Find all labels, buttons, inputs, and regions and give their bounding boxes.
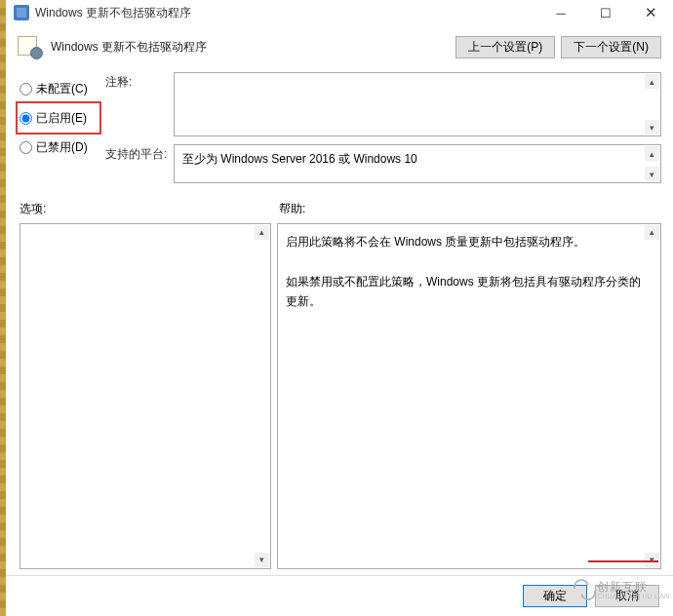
policy-icon — [16, 34, 43, 59]
scroll-up-icon[interactable]: ▴ — [255, 225, 269, 240]
radio-column: 未配置(C) 已启用(E) 已禁用(D) — [20, 72, 96, 191]
radio-disabled-label: 已禁用(D) — [36, 139, 88, 156]
help-paragraph-2: 如果禁用或不配置此策略，Windows 更新将包括具有驱动程序分类的更新。 — [286, 272, 643, 312]
watermark-en: CHUANG XIN HU LIAN — [597, 593, 669, 599]
window-title: Windows 更新不包括驱动程序 — [35, 5, 191, 21]
radio-not-configured[interactable]: 未配置(C) — [20, 76, 96, 101]
platform-value: 至少为 Windows Server 2016 或 Windows 10 — [182, 152, 417, 166]
scroll-down-icon[interactable]: ▾ — [255, 553, 269, 567]
radio-enabled-input[interactable] — [20, 112, 32, 125]
comment-label: 注释: — [105, 72, 174, 136]
radio-enabled[interactable]: 已启用(E) — [20, 105, 96, 131]
minimize-button[interactable]: ─ — [538, 0, 583, 25]
watermark-zh: 创新互联 — [597, 581, 669, 593]
options-pane[interactable]: ▴ ▾ — [20, 223, 271, 569]
help-label: 帮助: — [279, 201, 305, 217]
next-setting-button[interactable]: 下一个设置(N) — [561, 36, 661, 58]
watermark: 创新互联 CHUANG XIN HU LIAN — [574, 575, 669, 604]
comment-textbox[interactable]: ▴ ▾ — [174, 72, 661, 136]
help-pane[interactable]: 启用此策略将不会在 Windows 质量更新中包括驱动程序。 如果禁用或不配置此… — [277, 223, 661, 569]
radio-disabled-input[interactable] — [20, 141, 32, 154]
scroll-up-icon[interactable]: ▴ — [645, 74, 659, 89]
radio-disabled[interactable]: 已禁用(D) — [20, 135, 96, 160]
lower-labels: 选项: 帮助: — [6, 191, 673, 219]
previous-setting-button[interactable]: 上一个设置(P) — [455, 36, 555, 58]
titlebar: Windows 更新不包括驱动程序 ─ ☐ ✕ — [6, 0, 673, 25]
dialog-window: Windows 更新不包括驱动程序 ─ ☐ ✕ Windows 更新不包括驱动程… — [6, 0, 673, 616]
scroll-up-icon[interactable]: ▴ — [645, 225, 659, 240]
radio-not-configured-input[interactable] — [20, 83, 32, 96]
header-row: Windows 更新不包括驱动程序 上一个设置(P) 下一个设置(N) — [6, 25, 673, 68]
radio-not-configured-label: 未配置(C) — [36, 81, 88, 97]
scroll-down-icon[interactable]: ▾ — [645, 120, 659, 135]
bottom-bar: 确定 取消 — [6, 575, 673, 616]
comment-row: 注释: ▴ ▾ — [105, 72, 661, 136]
radio-enabled-label: 已启用(E) — [36, 110, 87, 127]
platform-label: 支持的平台: — [105, 144, 174, 183]
scroll-down-icon[interactable]: ▾ — [645, 167, 659, 181]
scroll-up-icon[interactable]: ▴ — [645, 146, 659, 161]
platform-row: 支持的平台: 至少为 Windows Server 2016 或 Windows… — [105, 144, 661, 183]
upper-section: 未配置(C) 已启用(E) 已禁用(D) 注释: ▴ ▾ — [6, 68, 673, 191]
close-button[interactable]: ✕ — [628, 0, 673, 25]
options-label: 选项: — [20, 201, 279, 217]
help-paragraph-1: 启用此策略将不会在 Windows 质量更新中包括驱动程序。 — [286, 232, 643, 251]
accent-underline — [588, 560, 658, 562]
fields-column: 注释: ▴ ▾ 支持的平台: 至少为 Windows Server 2016 或… — [105, 72, 661, 191]
header-title: Windows 更新不包括驱动程序 — [51, 39, 207, 56]
panes: ▴ ▾ 启用此策略将不会在 Windows 质量更新中包括驱动程序。 如果禁用或… — [6, 219, 673, 575]
app-icon — [14, 5, 29, 20]
maximize-button[interactable]: ☐ — [583, 0, 628, 25]
platform-textbox: 至少为 Windows Server 2016 或 Windows 10 ▴ ▾ — [174, 144, 661, 183]
radio-enabled-highlight: 已启用(E) — [16, 101, 101, 135]
watermark-icon — [574, 577, 599, 602]
